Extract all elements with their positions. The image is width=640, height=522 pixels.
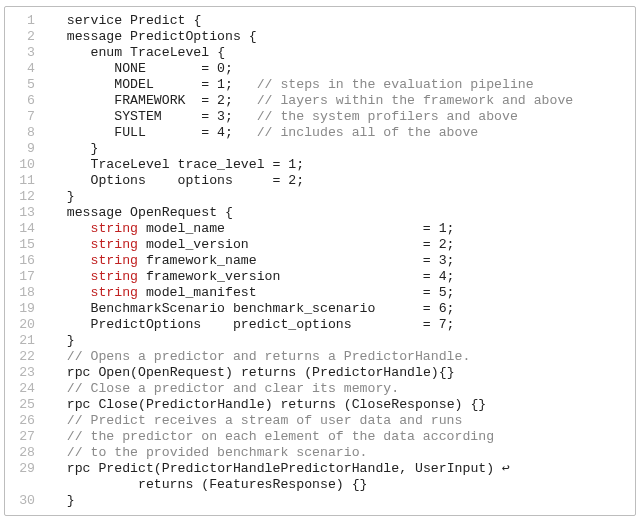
code-line: 6 FRAMEWORK = 2; // layers within the fr…	[9, 93, 629, 109]
code-token: PredictOptions predict_options = 7;	[90, 317, 454, 332]
code-token: // steps in the evaluation pipeline	[257, 77, 534, 92]
line-number: 22	[9, 349, 43, 365]
code-body: 1 service Predict { 2 message PredictOpt…	[9, 13, 629, 509]
code-line: 26 // Predict receives a stream of user …	[9, 413, 629, 429]
code-token: {	[249, 29, 257, 44]
code-cell: }	[43, 141, 629, 157]
code-line: 5 MODEL = 1; // steps in the evaluation …	[9, 77, 629, 93]
code-token: enum	[90, 45, 130, 60]
code-token: // Opens a predictor and returns a Predi…	[67, 349, 471, 364]
code-token: Predict	[98, 461, 153, 476]
code-line: 1 service Predict {	[9, 13, 629, 29]
code-line: 15 string model_version = 2;	[9, 237, 629, 253]
code-line: 8 FULL = 4; // includes all of the above	[9, 125, 629, 141]
code-token: ){}	[431, 365, 455, 380]
code-token: (	[154, 461, 162, 476]
code-cell: message PredictOptions {	[43, 29, 629, 45]
code-cell: FRAMEWORK = 2; // layers within the fram…	[43, 93, 629, 109]
code-token: service	[67, 13, 130, 28]
code-cell: Options options = 2;	[43, 173, 629, 189]
line-number: 4	[9, 61, 43, 77]
code-token: message	[67, 205, 130, 220]
code-line: 7 SYSTEM = 3; // the system profilers an…	[9, 109, 629, 125]
code-token: OpenRequest	[138, 365, 225, 380]
code-token: model_manifest = 5;	[138, 285, 455, 300]
code-token: TraceLevel trace_level = 1;	[90, 157, 304, 172]
code-token: OpenRequest	[130, 205, 225, 220]
code-token: {	[225, 205, 233, 220]
code-token: // layers within the framework and above	[257, 93, 574, 108]
code-line: 30 }	[9, 493, 629, 509]
code-token: framework_version = 4;	[138, 269, 455, 284]
code-line: 2 message PredictOptions {	[9, 29, 629, 45]
code-cell: message OpenRequest {	[43, 205, 629, 221]
code-cell: rpc Open(OpenRequest) returns (Predictor…	[43, 365, 629, 381]
code-cell: TraceLevel trace_level = 1;	[43, 157, 629, 173]
code-token: PredictorHandle	[312, 365, 431, 380]
line-number: 11	[9, 173, 43, 189]
code-line: 14 string model_name = 1;	[9, 221, 629, 237]
line-number: 16	[9, 253, 43, 269]
code-token: string	[90, 253, 137, 268]
line-number: 27	[9, 429, 43, 445]
code-cell: SYSTEM = 3; // the system profilers and …	[43, 109, 629, 125]
code-token: // the system profilers and above	[257, 109, 518, 124]
code-token: ) {}	[336, 477, 368, 492]
code-token: }	[67, 189, 75, 204]
line-number: 26	[9, 413, 43, 429]
code-token: BenchmarkScenario benchmark_scenario = 6…	[90, 301, 454, 316]
code-token: UserInput	[415, 461, 486, 476]
code-token: returns	[241, 365, 304, 380]
code-token: rpc	[67, 397, 99, 412]
line-number: 15	[9, 237, 43, 253]
code-cell: // Close a predictor and clear its memor…	[43, 381, 629, 397]
code-token: {	[217, 45, 225, 60]
code-cell: enum TraceLevel {	[43, 45, 629, 61]
code-token: string	[90, 269, 137, 284]
code-cell: }	[43, 493, 629, 509]
code-token: PredictorHandle	[146, 397, 265, 412]
code-cell: }	[43, 333, 629, 349]
code-token: framework_name = 3;	[138, 253, 455, 268]
code-cell: MODEL = 1; // steps in the evaluation pi…	[43, 77, 629, 93]
code-token: ↩	[502, 461, 510, 476]
code-token: // Predict receives a stream of user dat…	[67, 413, 463, 428]
code-listing-frame: 1 service Predict { 2 message PredictOpt…	[4, 6, 636, 516]
code-line: 25 rpc Close(PredictorHandle) returns (C…	[9, 397, 629, 413]
code-line: 21 }	[9, 333, 629, 349]
line-number: 25	[9, 397, 43, 413]
code-token: Predict	[130, 13, 193, 28]
code-line: 20 PredictOptions predict_options = 7;	[9, 317, 629, 333]
code-cell: rpc Close(PredictorHandle) returns (Clos…	[43, 397, 629, 413]
code-line: returns (FeaturesResponse) {}	[9, 477, 629, 493]
line-number: 17	[9, 269, 43, 285]
code-token: FULL = 4;	[114, 125, 256, 140]
code-cell: // Opens a predictor and returns a Predi…	[43, 349, 629, 365]
code-token: TraceLevel	[130, 45, 217, 60]
line-number: 5	[9, 77, 43, 93]
code-cell: returns (FeaturesResponse) {}	[43, 477, 629, 493]
code-token: // the predictor on each element of the …	[67, 429, 494, 444]
code-cell: NONE = 0;	[43, 61, 629, 77]
code-line: 23 rpc Open(OpenRequest) returns (Predic…	[9, 365, 629, 381]
code-line: 28 // to the provided benchmark scenario…	[9, 445, 629, 461]
code-line: 16 string framework_name = 3;	[9, 253, 629, 269]
code-token: (	[201, 477, 209, 492]
code-line: 27 // the predictor on each element of t…	[9, 429, 629, 445]
code-token: Close	[98, 397, 138, 412]
code-token: model_version = 2;	[138, 237, 455, 252]
line-number: 19	[9, 301, 43, 317]
code-token: ,	[399, 461, 415, 476]
code-cell: string model_version = 2;	[43, 237, 629, 253]
line-number: 1	[9, 13, 43, 29]
code-line: 9 }	[9, 141, 629, 157]
line-number: 24	[9, 381, 43, 397]
code-token: PredictorHandlePredictorHandle	[162, 461, 399, 476]
code-token: string	[90, 221, 137, 236]
code-line: 12 }	[9, 189, 629, 205]
code-token: SYSTEM = 3;	[114, 109, 256, 124]
code-line: 13 message OpenRequest {	[9, 205, 629, 221]
code-token: (	[304, 365, 312, 380]
code-table: 1 service Predict { 2 message PredictOpt…	[9, 13, 629, 509]
code-token: // to the provided benchmark scenario.	[67, 445, 368, 460]
